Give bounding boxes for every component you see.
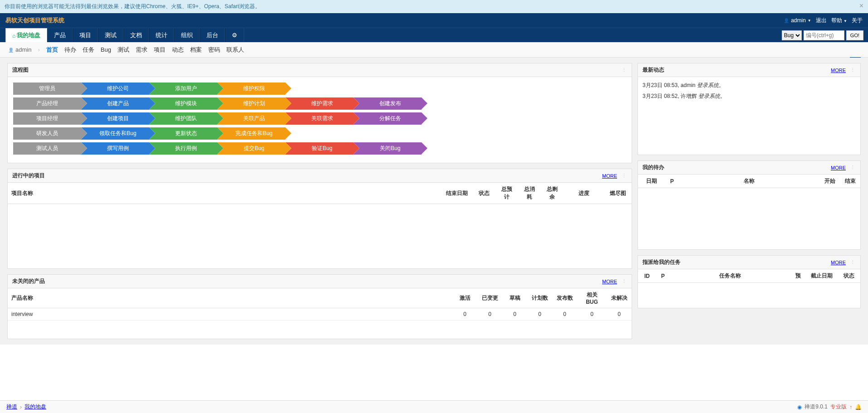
cell-name: interview xyxy=(8,308,452,321)
todo-empty-body xyxy=(638,188,860,249)
panel-title: 流程图 xyxy=(12,66,29,74)
flow-step[interactable]: 撰写用例 xyxy=(81,142,149,155)
left-column: 流程图 ⋮ 管理员维护公司添加用户维护权限产品经理创建产品维护模块维护计划维护需… xyxy=(7,63,632,339)
more-link[interactable]: MORE xyxy=(602,173,617,179)
tasks-table: ID P 任务名称 预 截止日期 状态 xyxy=(638,269,860,283)
flow-step[interactable]: 维护模块 xyxy=(149,97,217,110)
flow-step[interactable]: 分解任务 xyxy=(353,112,422,125)
more-link[interactable]: MORE xyxy=(831,165,846,170)
logout-link[interactable]: 退出 xyxy=(816,17,827,24)
subnav-dynamic[interactable]: 动态 xyxy=(172,46,184,54)
flow-step[interactable]: 关联产品 xyxy=(217,112,285,125)
user-icon xyxy=(784,17,789,24)
cell: 0 xyxy=(607,308,632,321)
header-user[interactable]: admin ▼ xyxy=(784,17,811,24)
flow-step[interactable]: 关闭Bug xyxy=(353,142,422,155)
th-changed: 已变更 xyxy=(477,288,502,308)
more-dots-icon[interactable]: ⋮ xyxy=(622,67,627,73)
mainnav-test[interactable]: 测试 xyxy=(98,28,123,42)
flow-step[interactable]: 维护团队 xyxy=(149,112,217,125)
more-link[interactable]: MORE xyxy=(831,260,846,265)
more-dots-icon[interactable]: ⋮ xyxy=(850,259,856,265)
panel-head-projects: 进行中的项目 MORE⋮ xyxy=(8,169,632,183)
projects-table: 项目名称 结束日期 状态 总预计 总消耗 总剩余 进度 燃尽图 xyxy=(8,183,632,204)
th-active: 激活 xyxy=(452,288,477,308)
panel-title: 我的待办 xyxy=(642,164,664,171)
mainnav-settings[interactable] xyxy=(225,28,244,42)
th-name: 名称 xyxy=(679,175,819,188)
mainnav-project[interactable]: 项目 xyxy=(73,28,98,42)
more-link[interactable]: MORE xyxy=(602,279,617,284)
cell: 0 xyxy=(577,308,607,321)
dyn-time: 3月23日 08:52, xyxy=(642,93,679,99)
th-est: 预 xyxy=(790,269,806,283)
flow-step[interactable]: 提交Bug xyxy=(217,142,285,155)
th-bug: 相关BUG xyxy=(577,288,607,308)
panel-dynamic: 最新动态 MORE⋮ 3月23日 08:53, admin 登录系统。 3月23… xyxy=(638,63,861,155)
subnav-test[interactable]: 测试 xyxy=(118,46,129,54)
flow-role: 产品经理 xyxy=(13,97,81,110)
subnav-home[interactable]: 首页 xyxy=(46,46,58,54)
home-icon xyxy=(12,32,17,39)
flow-step[interactable]: 完成任务和Bug xyxy=(217,127,285,140)
dyn-action: 登录系统。 xyxy=(697,82,724,88)
flow-step[interactable]: 创建产品 xyxy=(81,97,149,110)
sub-navigation: admin › 首页 待办 任务 Bug 测试 需求 项目 动态 档案 密码 联… xyxy=(0,42,868,58)
subnav-password[interactable]: 密码 xyxy=(208,46,220,54)
dynamic-row: 3月23日 08:52, 许增辉 登录系统。 xyxy=(642,92,856,101)
help-link[interactable]: 帮助 ▼ xyxy=(831,17,847,24)
flow-step[interactable]: 维护公司 xyxy=(81,83,149,95)
subnav-user[interactable]: admin xyxy=(8,46,31,53)
more-dots-icon[interactable]: ⋮ xyxy=(622,278,627,284)
panel-tasks: 指派给我的任务 MORE⋮ ID P 任务名称 预 截止日期 状态 xyxy=(638,255,861,308)
flow-step[interactable]: 关联需求 xyxy=(285,112,353,125)
flow-step[interactable]: 更新状态 xyxy=(149,127,217,140)
brand-title: 易软天创项目管理系统 xyxy=(5,16,64,24)
th-name: 任务名称 xyxy=(670,269,790,283)
search-input[interactable] xyxy=(804,30,844,40)
cell: 0 xyxy=(527,308,552,321)
search-go-button[interactable]: GO! xyxy=(846,30,863,40)
flow-step[interactable]: 创建项目 xyxy=(81,112,149,125)
more-dots-icon[interactable]: ⋮ xyxy=(850,67,856,73)
about-link[interactable]: 关于 xyxy=(852,17,863,24)
mainnav-org[interactable]: 组织 xyxy=(174,28,200,42)
more-dots-icon[interactable]: ⋮ xyxy=(850,165,856,170)
flow-step[interactable]: 维护计划 xyxy=(217,97,285,110)
flow-step[interactable]: 维护权限 xyxy=(217,83,285,95)
subnav-contacts[interactable]: 联系人 xyxy=(226,46,244,54)
flow-row: 项目经理创建项目维护团队关联产品关联需求分解任务 xyxy=(13,112,626,125)
subnav-bug[interactable]: Bug xyxy=(101,46,111,53)
mainnav-report[interactable]: 统计 xyxy=(149,28,174,42)
th-consumed: 总消耗 xyxy=(518,183,541,204)
subnav-profile[interactable]: 档案 xyxy=(190,46,202,54)
products-table: 产品名称 激活 已变更 草稿 计划数 发布数 相关BUG 未解决 intervi… xyxy=(8,288,632,321)
subnav-project[interactable]: 项目 xyxy=(154,46,166,54)
flow-row: 产品经理创建产品维护模块维护计划维护需求创建发布 xyxy=(13,97,626,110)
cell: 0 xyxy=(552,308,577,321)
flow-step[interactable]: 领取任务和Bug xyxy=(81,127,149,140)
search-type-select[interactable]: Bug xyxy=(782,30,802,40)
more-link[interactable]: MORE xyxy=(831,68,846,73)
close-icon[interactable]: × xyxy=(859,2,863,10)
dashboard-content: 流程图 ⋮ 管理员维护公司添加用户维护权限产品经理创建产品维护模块维护计划维护需… xyxy=(0,58,868,345)
mainnav-doc[interactable]: 文档 xyxy=(123,28,149,42)
mainnav-product[interactable]: 产品 xyxy=(47,28,73,42)
panel-title: 指派给我的任务 xyxy=(642,258,681,266)
table-row[interactable]: interview 0 0 0 0 0 0 0 xyxy=(8,308,632,321)
th-p: P xyxy=(656,269,670,283)
panel-products: 未关闭的产品 MORE⋮ 产品名称 激活 已变更 草稿 计划数 发布数 相关BU… xyxy=(7,274,632,339)
flow-step[interactable]: 维护需求 xyxy=(285,97,353,110)
flow-step[interactable]: 执行用例 xyxy=(149,142,217,155)
more-dots-icon[interactable]: ⋮ xyxy=(622,173,627,179)
flow-step[interactable]: 创建发布 xyxy=(353,97,422,110)
mainnav-admin[interactable]: 后台 xyxy=(200,28,225,42)
flow-step[interactable]: 验证Bug xyxy=(285,142,353,155)
flow-step[interactable]: 添加用户 xyxy=(149,83,217,95)
panel-actions: ⋮ xyxy=(622,67,627,73)
subnav-task[interactable]: 任务 xyxy=(83,46,94,54)
cell: 0 xyxy=(477,308,502,321)
mainnav-my[interactable]: 我的地盘 xyxy=(5,28,47,42)
subnav-todo[interactable]: 待办 xyxy=(64,46,76,54)
subnav-story[interactable]: 需求 xyxy=(136,46,147,54)
